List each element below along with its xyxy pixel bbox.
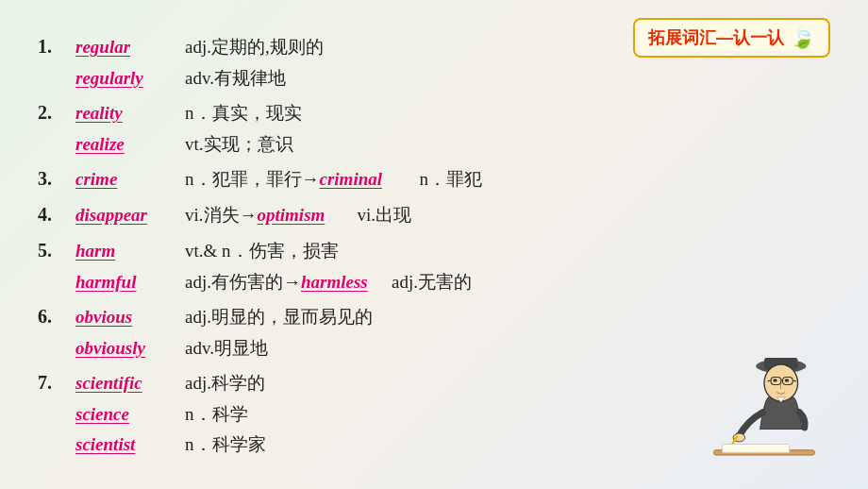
entry-2-word-reality: reality: [75, 104, 179, 122]
entry-3-number: 3.: [38, 169, 75, 188]
entry-2-row-2: realize vt.实现；意识: [75, 135, 830, 163]
leaf-icon: 🍃: [790, 25, 815, 50]
entry-4-word-disappear: disappear: [75, 206, 179, 224]
entry-1-def-regular: adj.定期的,规则的: [185, 38, 324, 56]
entry-6-word-obvious: obvious: [75, 308, 179, 326]
entry-2-def-realize: vt.实现；意识: [185, 135, 293, 153]
entry-7-word-scientist: scientist: [75, 435, 179, 453]
entry-5-word-harmful: harmful: [75, 273, 179, 291]
student-illustration: [689, 320, 840, 471]
entry-6-number: 6.: [38, 307, 75, 326]
vocab-box: 拓展词汇—认一认 🍃: [633, 18, 830, 58]
vocab-box-text: 拓展词汇—认一认: [648, 26, 784, 49]
entry-4-def-optimism: vi.出现: [358, 206, 412, 224]
entry-2-def-reality: n．真实，现实: [185, 104, 302, 122]
main-container: 拓展词汇—认一认 🍃 1. regular adj.定期的,规则的 regula…: [9, 8, 859, 481]
entry-1-row-2: regularly adv.有规律地: [75, 69, 830, 97]
entry-5-word-harm: harm: [75, 242, 179, 260]
entry-4-def-disappear: vi.消失→: [185, 206, 258, 224]
entry-7-def-science: n．科学: [185, 405, 248, 423]
entry-4-row-1: 4. disappear vi.消失→ optimism vi.出现: [38, 205, 830, 235]
entry-5-def-harmful: adj.有伤害的→: [185, 273, 301, 291]
entry-2: 2. reality n．真实，现实 realize vt.实现；意识: [38, 103, 830, 165]
svg-point-4: [785, 379, 789, 382]
entry-3-word-crime: crime: [75, 170, 179, 188]
entry-5-def-harmless: adj.无害的: [392, 273, 472, 291]
entry-3-def-criminal: n．罪犯: [420, 170, 483, 188]
entry-4: 4. disappear vi.消失→ optimism vi.出现: [38, 205, 830, 237]
entry-7-word-scientific: scientific: [75, 374, 179, 392]
entry-3-word-criminal: criminal: [320, 170, 414, 188]
entry-5-row-2: harmful adj.有伤害的→ harmless adj.无害的: [75, 273, 830, 301]
entry-2-word-realize: realize: [75, 135, 179, 153]
entry-7-number: 7.: [38, 373, 75, 392]
entry-5-row-1: 5. harm vt.& n．伤害，损害: [38, 241, 830, 271]
entry-7-word-science: science: [75, 405, 179, 423]
entry-3-row-1: 3. crime n．犯罪，罪行→ criminal n．罪犯: [38, 169, 830, 199]
entry-1-number: 1.: [38, 37, 75, 56]
entry-6-def-obviously: adv.明显地: [185, 339, 268, 357]
entry-2-row-1: 2. reality n．真实，现实: [38, 103, 830, 133]
entry-5-word-harmless: harmless: [301, 273, 386, 291]
entry-1-def-regularly: adv.有规律地: [185, 69, 286, 87]
entry-1-word-regular: regular: [75, 38, 179, 56]
entry-5-def-harm: vt.& n．伤害，损害: [185, 242, 339, 260]
entry-6-def-obvious: adj.明显的，显而易见的: [185, 308, 373, 326]
svg-rect-15: [723, 445, 790, 453]
entry-3-def-crime: n．犯罪，罪行→: [185, 170, 320, 188]
entry-7-def-scientist: n．科学家: [185, 435, 266, 453]
entry-3: 3. crime n．犯罪，罪行→ criminal n．罪犯: [38, 169, 830, 201]
entry-4-word-optimism: optimism: [258, 206, 352, 224]
entry-4-number: 4.: [38, 205, 75, 224]
entry-5-number: 5.: [38, 241, 75, 260]
entry-6-word-obviously: obviously: [75, 339, 179, 357]
entry-5: 5. harm vt.& n．伤害，损害 harmful adj.有伤害的→ h…: [38, 241, 830, 303]
entry-2-number: 2.: [38, 103, 75, 122]
entry-1-word-regularly: regularly: [75, 69, 179, 87]
svg-point-3: [773, 379, 776, 382]
entry-7-def-scientific: adj.科学的: [185, 374, 265, 392]
